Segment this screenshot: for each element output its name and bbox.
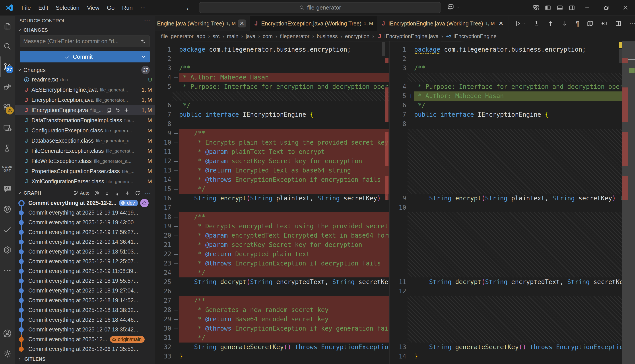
open-changes-button[interactable] — [601, 20, 608, 27]
graph-refresh-button[interactable] — [135, 190, 140, 196]
diff-original-pane[interactable]: 1package com.filegenerator.business.encr… — [155, 42, 389, 364]
commit-row[interactable]: Commit everything at 2025-12-19 19:43:00… — [14, 218, 155, 228]
activity-item-remote-explorer[interactable] — [0, 118, 14, 138]
commit-message-input[interactable]: Message (Ctrl+Enter to commit on "d... — [20, 35, 150, 48]
open-file-icon[interactable] — [106, 108, 112, 113]
back-icon[interactable]: ← — [185, 4, 193, 12]
branch-badge-origin-main[interactable]: origin/main — [110, 336, 145, 343]
menu-run[interactable]: Run — [118, 3, 136, 13]
commit-dropdown-button[interactable] — [137, 51, 150, 62]
activity-item-extensions[interactable]: ⚠ — [0, 97, 14, 118]
copilot-menu[interactable] — [447, 3, 460, 11]
breadcrumb-item-IEncryptionEngine.java[interactable]: JIEncryptionEngine.java — [377, 33, 438, 40]
activity-item-run-and-debug[interactable] — [0, 77, 14, 97]
file-row-DatabaseException.class[interactable]: JDatabaseException.classfile_generator_a… — [14, 136, 155, 146]
activity-item-codegpt[interactable]: CODEGPT — [0, 158, 14, 179]
run-button[interactable] — [514, 20, 526, 27]
breadcrumb-item-com[interactable]: com — [263, 33, 273, 40]
split-editor-button[interactable] — [615, 20, 622, 27]
graph-fetch-button[interactable] — [104, 190, 110, 196]
changes-section-header[interactable]: CHANGES — [14, 26, 155, 34]
breadcrumb-item-src[interactable]: src — [213, 33, 220, 40]
whitespace-button[interactable]: ¶ — [576, 20, 579, 27]
graph-more-button[interactable]: ⋯ — [145, 190, 151, 197]
file-row-XmlConfigurationParser.class[interactable]: JXmlConfigurationParser.classfile_genera… — [14, 176, 155, 187]
restore-button[interactable] — [597, 0, 616, 16]
activity-item-additional-views[interactable] — [0, 260, 14, 280]
gitlens-section-header[interactable]: GITLENS — [14, 354, 155, 364]
graph-repo-picker[interactable]: Auto — [73, 190, 90, 196]
graph-push-button[interactable] — [124, 190, 130, 196]
commit-row[interactable]: Commit everything at 2025-12-2...dev — [14, 198, 155, 208]
breadcrumb[interactable]: file_generator_app›src›main›java›com›fil… — [155, 31, 635, 42]
breadcrumb-item-encryption[interactable]: encryption — [345, 33, 370, 40]
commit-row[interactable]: Commit everything at 2025-12-16 18:44:46… — [14, 315, 155, 325]
branch-badge-dev[interactable]: dev — [119, 200, 138, 206]
remote-badge[interactable] — [140, 199, 148, 207]
graph-section-header[interactable]: GRAPH Auto⋯ — [14, 188, 155, 198]
file-row-FileGeneratorException.class[interactable]: JFileGeneratorException.classfile_genera… — [14, 146, 155, 156]
close-icon[interactable]: ✕ — [238, 20, 246, 28]
commit-row[interactable]: Commit everything at 2025-12-19 17:56:27… — [14, 228, 155, 237]
commit-row[interactable]: Commit everything at 2025-12-19 11:08:39… — [14, 266, 155, 276]
menu-go[interactable]: Go — [103, 3, 118, 13]
commit-row[interactable]: Commit everything at 2025-12-19 19:44:19… — [14, 208, 155, 218]
tab-EncryptionException.java[interactable]: JEncryptionException.java (Working Tree)… — [250, 16, 377, 31]
menu-more[interactable]: ⋯ — [136, 3, 150, 13]
activity-item-extension-hex[interactable] — [0, 240, 14, 260]
next-change-button[interactable] — [562, 20, 568, 27]
breadcrumb-item-business[interactable]: business — [317, 33, 338, 40]
stage-icon[interactable] — [124, 108, 129, 113]
breadcrumb-item-filegenerator[interactable]: filegenerator — [280, 33, 310, 40]
activity-item-testing[interactable] — [0, 138, 14, 158]
map-button[interactable] — [587, 20, 593, 27]
activity-item-search[interactable] — [0, 36, 14, 56]
toggle-panel-button[interactable] — [554, 0, 566, 16]
close-icon[interactable]: ✕ — [497, 20, 505, 28]
commit-row[interactable]: Commit everything at 2025-12-07 13:35:42… — [14, 325, 155, 334]
graph-target-button[interactable] — [94, 190, 100, 196]
file-row-IEncryptionEngine.java[interactable]: JIEncryptionEngine.javafile_...1, M — [14, 105, 155, 115]
file-row-EncryptionException.java[interactable]: JEncryptionException.javafile_generator.… — [14, 95, 155, 105]
commit-row[interactable]: Commit everything at 2025-12-18 18:38:32… — [14, 305, 155, 315]
scrollbar-thumb[interactable] — [619, 49, 622, 63]
changes-group-header[interactable]: Changes 27 — [14, 66, 155, 74]
file-row-readme.txt[interactable]: readme.txtdocU — [14, 74, 155, 85]
more-actions-button[interactable]: ⋯ — [629, 20, 635, 28]
menu-view[interactable]: View — [83, 3, 103, 13]
activity-item-chat[interactable] — [0, 179, 14, 199]
commit-row[interactable]: Commit everything at 2025-12-18 19:14:52… — [14, 296, 155, 305]
breadcrumb-item-java[interactable]: java — [246, 33, 255, 40]
commit-button[interactable]: Commit — [20, 51, 150, 62]
commit-row[interactable]: Commit everything at 2025-12-19 12:25:07… — [14, 256, 155, 266]
toggle-primary-sidebar-button[interactable] — [542, 0, 554, 16]
commit-row[interactable]: Commit everything at 2025-12-19 13:51:03… — [14, 247, 155, 256]
activity-item-explorer[interactable] — [0, 16, 14, 36]
commit-row[interactable]: Commit everything at 2025-12-18 19:27:04… — [14, 286, 155, 296]
activity-item-tasks-check[interactable] — [0, 220, 14, 240]
file-row-PropertiesConfigurationParser.class[interactable]: JPropertiesConfigurationParser.classfile… — [14, 166, 155, 176]
file-row-DataTransformationEngineImpl.class[interactable]: JDataTransformationEngineImpl.classfile.… — [14, 115, 155, 126]
diff-overview-ruler[interactable] — [622, 42, 635, 364]
commit-row[interactable]: Commit everything at 2025-12...origin/ma… — [14, 334, 155, 344]
customize-layout-button[interactable] — [530, 0, 542, 16]
graph-pull-button[interactable] — [114, 190, 120, 196]
menu-selection[interactable]: Selection — [52, 3, 83, 13]
command-center-search[interactable]: file-generator — [199, 2, 441, 13]
breadcrumb-item-main[interactable]: main — [227, 33, 238, 40]
file-row-FileWriteException.class[interactable]: JFileWriteException.classfile_generator_… — [14, 156, 155, 166]
discard-icon[interactable] — [115, 108, 120, 113]
menu-file[interactable]: File — [18, 3, 34, 13]
minimize-button[interactable] — [578, 0, 597, 16]
close-button[interactable] — [616, 0, 635, 16]
file-row-ConfigurationException.class[interactable]: JConfigurationException.classfile_genera… — [14, 126, 155, 136]
commit-row[interactable]: Commit everything at 2025-12-19 14:36:41… — [14, 237, 155, 247]
previous-change-button[interactable] — [547, 20, 554, 27]
file-row-AESEncryptionEngine.java[interactable]: JAESEncryptionEngine.javafile_generat...… — [14, 85, 155, 95]
activity-item-accounts[interactable] — [0, 323, 14, 344]
commit-row[interactable]: Commit everything at 2025-12-18 19:55:57… — [14, 276, 155, 286]
scrollbar-thumb[interactable] — [382, 42, 385, 56]
commit-row[interactable]: Commit everything at 2025-12-06 17:35:53… — [14, 344, 155, 354]
menu-edit[interactable]: Edit — [34, 3, 52, 13]
activity-item-source-control[interactable]: 27 — [0, 56, 14, 77]
